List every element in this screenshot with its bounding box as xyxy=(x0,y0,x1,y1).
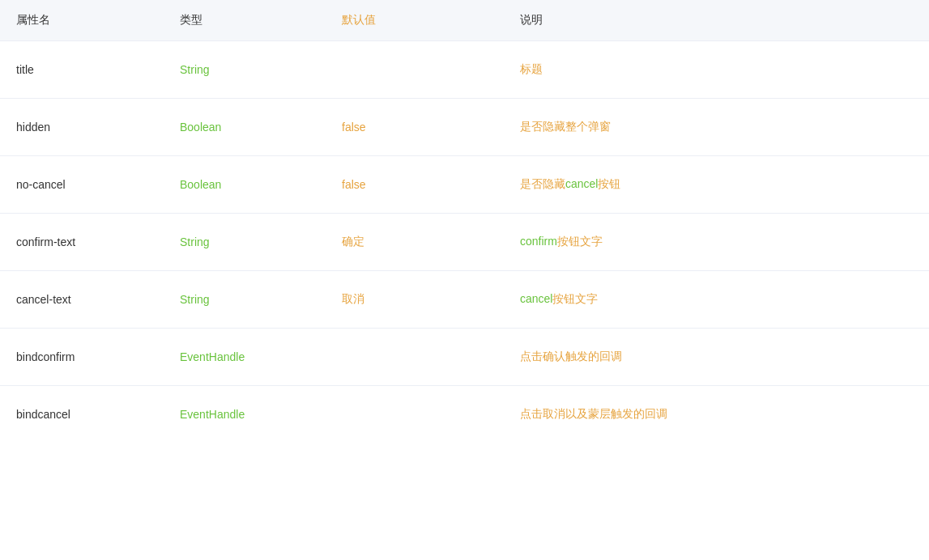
prop-default xyxy=(326,41,504,99)
prop-name: cancel-text xyxy=(0,271,164,329)
header-default: 默认值 xyxy=(326,0,504,41)
prop-type: Boolean xyxy=(164,156,326,214)
prop-name: no-cancel xyxy=(0,156,164,214)
prop-name: title xyxy=(0,41,164,99)
prop-default: false xyxy=(326,99,504,156)
prop-desc: 是否隐藏cancel按钮 xyxy=(504,156,929,214)
table-row: bindconfirm EventHandle 点击确认触发的回调 xyxy=(0,329,929,386)
prop-type: EventHandle xyxy=(164,329,326,386)
prop-desc: 标题 xyxy=(504,41,929,99)
prop-type: EventHandle xyxy=(164,386,326,443)
table-row: cancel-text String 取消 cancel按钮文字 xyxy=(0,271,929,329)
table-row: bindcancel EventHandle 点击取消以及蒙层触发的回调 xyxy=(0,386,929,443)
prop-desc: confirm按钮文字 xyxy=(504,214,929,271)
prop-name: hidden xyxy=(0,99,164,156)
header-name: 属性名 xyxy=(0,0,164,41)
prop-desc: 是否隐藏整个弹窗 xyxy=(504,99,929,156)
prop-name: bindconfirm xyxy=(0,329,164,386)
prop-default xyxy=(326,329,504,386)
prop-name: bindcancel xyxy=(0,386,164,443)
prop-type: Boolean xyxy=(164,99,326,156)
prop-type: String xyxy=(164,214,326,271)
header-type: 类型 xyxy=(164,0,326,41)
prop-desc: 点击取消以及蒙层触发的回调 xyxy=(504,386,929,443)
properties-table: 属性名 类型 默认值 说明 title String 标题 hidden Boo… xyxy=(0,0,929,560)
prop-default: false xyxy=(326,156,504,214)
table-row: hidden Boolean false 是否隐藏整个弹窗 xyxy=(0,99,929,156)
header-desc: 说明 xyxy=(504,0,929,41)
table-row: no-cancel Boolean false 是否隐藏cancel按钮 xyxy=(0,156,929,214)
prop-default xyxy=(326,386,504,443)
prop-name: confirm-text xyxy=(0,214,164,271)
table-row: confirm-text String 确定 confirm按钮文字 xyxy=(0,214,929,271)
prop-desc: 点击确认触发的回调 xyxy=(504,329,929,386)
table-row: title String 标题 xyxy=(0,41,929,99)
prop-type: String xyxy=(164,271,326,329)
prop-type: String xyxy=(164,41,326,99)
prop-desc: cancel按钮文字 xyxy=(504,271,929,329)
prop-default: 确定 xyxy=(326,214,504,271)
prop-default: 取消 xyxy=(326,271,504,329)
